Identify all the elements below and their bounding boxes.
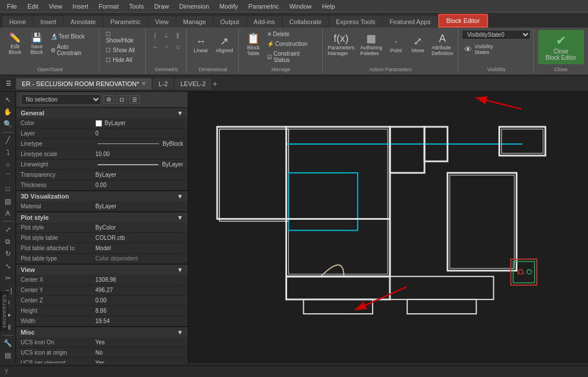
menu-tools[interactable]: Tools xyxy=(125,2,149,11)
tool-hatch[interactable]: ▨ xyxy=(2,196,14,207)
menu-file[interactable]: File xyxy=(2,2,22,11)
tab-l2[interactable]: L-2 xyxy=(153,78,173,90)
tool-rectangle[interactable]: □ xyxy=(2,184,14,195)
block-table-button[interactable]: 📋 BlockTable xyxy=(243,30,264,59)
thickness-value[interactable]: 0.00 xyxy=(95,182,183,188)
tool-rotate[interactable]: ↻ xyxy=(2,248,14,259)
menu-window[interactable]: Window xyxy=(285,2,316,11)
show-all-button[interactable]: ☐ Show All xyxy=(103,46,142,55)
tool-circle[interactable]: ○ xyxy=(2,159,14,170)
prop-quick-select-button[interactable]: ⊡ xyxy=(117,95,127,104)
hide-all-button[interactable]: ☐ Hide All xyxy=(103,56,142,64)
color-value[interactable]: ByLayer xyxy=(95,120,183,127)
params-manager-button[interactable]: f(x) ParametersManager xyxy=(326,30,357,59)
geo-tool-2[interactable]: ⊥ xyxy=(161,30,172,40)
edit-block-button[interactable]: ✏️ EditBlock xyxy=(5,30,25,59)
tab-featured[interactable]: Featured Apps xyxy=(382,16,438,28)
material-value[interactable]: ByLayer xyxy=(95,203,183,209)
tool-cursor[interactable]: ↖ xyxy=(2,94,14,105)
aligned-button[interactable]: ↗ Aligned xyxy=(214,30,235,59)
move-button[interactable]: ⤢ Move xyxy=(408,30,428,59)
tool-text[interactable]: A xyxy=(2,208,14,219)
close-block-editor-button[interactable]: ✔ CloseBlock Editor xyxy=(538,30,584,64)
menu-insert[interactable]: Insert xyxy=(68,2,93,11)
tab-manage[interactable]: Manage xyxy=(176,16,213,28)
geo-tool-4[interactable]: ↔ xyxy=(150,41,160,52)
tool-trim[interactable]: ✂ xyxy=(2,273,14,283)
tab-parametric[interactable]: Parametric xyxy=(103,16,148,28)
tab-menu-button[interactable]: ☰ xyxy=(2,77,15,90)
tool-polyline[interactable]: ⤵ xyxy=(2,147,14,158)
menu-view[interactable]: View xyxy=(44,2,67,11)
linetype-value[interactable]: ByBlock xyxy=(95,141,183,147)
tab-annotate[interactable]: Annotate xyxy=(64,16,103,28)
tab-addins[interactable]: Add-ins xyxy=(247,16,282,28)
constraint-status-button[interactable]: ☑ Constraint Status xyxy=(265,49,318,64)
prop-filter-button[interactable]: ⚙ xyxy=(103,95,114,104)
visibility-states-button[interactable]: 👁 VisibilityStates xyxy=(462,41,495,58)
tab-level2[interactable]: LEVEL-2 xyxy=(175,78,211,90)
construction-button[interactable]: ⚡ Construction xyxy=(265,40,318,48)
tab-seclusion[interactable]: ER - SECLUSION ROOM RENOVATION* ✕ xyxy=(16,78,152,90)
general-section-header[interactable]: General ▼ xyxy=(16,108,188,118)
geo-tool-3[interactable]: ∥ xyxy=(173,30,183,40)
plotstyle-table-value[interactable]: COLOR.ctb xyxy=(95,235,183,241)
authoring-palettes-button[interactable]: ▦ AuthoringPalettes xyxy=(358,30,385,59)
tool-line[interactable]: ╱ xyxy=(2,135,14,146)
tab-seclusion-close[interactable]: ✕ xyxy=(141,80,146,87)
menu-draw[interactable]: Draw xyxy=(149,2,173,11)
misc-section-header[interactable]: Misc ▼ xyxy=(16,327,188,337)
menu-edit[interactable]: Edit xyxy=(23,2,43,11)
tool-copy[interactable]: ⧉ xyxy=(2,236,14,247)
menu-modify[interactable]: Modify xyxy=(215,2,242,11)
linear-button[interactable]: ↔ Linear xyxy=(191,30,211,59)
auto-constrain-button[interactable]: ⚙ Auto Constrain xyxy=(48,44,95,56)
geo-tool-6[interactable]: ◇ xyxy=(173,41,183,52)
delete-button[interactable]: ✕ Delete xyxy=(265,30,318,38)
selection-dropdown[interactable]: No selection xyxy=(21,94,101,105)
tab-output[interactable]: Output xyxy=(214,16,246,28)
centerx-value[interactable]: 1308.98 xyxy=(95,277,183,283)
ucs-icon-on-value[interactable]: Yes xyxy=(95,339,183,345)
menu-dimension[interactable]: Dimension xyxy=(175,2,214,11)
visibility-states-combo[interactable]: VisibilityState0 xyxy=(462,30,531,40)
plotstyle-section-header[interactable]: Plot style ▼ xyxy=(16,212,188,223)
canvas-area[interactable]: o o xyxy=(188,92,588,363)
lineweight-value[interactable]: ByLayer xyxy=(95,161,183,168)
tab-insert[interactable]: Insert xyxy=(33,16,63,28)
show-hide-button[interactable]: ☐ Show/Hide xyxy=(103,30,142,45)
save-block-button[interactable]: 💾 SaveBlock xyxy=(26,30,47,59)
centerz-value[interactable]: 0.00 xyxy=(95,297,183,304)
ucs-icon-origin-value[interactable]: No xyxy=(95,349,183,356)
tool-zoom[interactable]: 🔍 xyxy=(2,119,14,130)
layer-value[interactable]: 0 xyxy=(95,130,183,137)
tool-arc[interactable]: ⌒ xyxy=(2,171,14,182)
menu-format[interactable]: Format xyxy=(94,2,123,11)
tab-view[interactable]: View xyxy=(148,16,176,28)
point-button[interactable]: · Point xyxy=(386,30,407,59)
geo-tool-1[interactable]: | xyxy=(150,30,160,40)
tab-block-editor[interactable]: Block Editor xyxy=(438,14,488,28)
tool-scale[interactable]: ⤡ xyxy=(2,261,14,271)
geo-tool-5[interactable]: ○ xyxy=(161,41,172,52)
tool-layers[interactable]: ▤ xyxy=(2,350,14,361)
tool-properties[interactable]: 🔧 xyxy=(2,337,14,348)
tool-move[interactable]: ⤢ xyxy=(2,224,14,235)
tab-home[interactable]: Home xyxy=(2,16,33,28)
linetype-scale-value[interactable]: 10.00 xyxy=(95,151,183,157)
tab-express[interactable]: Express Tools xyxy=(329,16,382,28)
prop-select-button[interactable]: ☰ xyxy=(129,95,140,104)
menu-help[interactable]: Help xyxy=(318,2,340,11)
plotstyle-value[interactable]: ByColor xyxy=(95,224,183,231)
new-tab-button[interactable]: + xyxy=(212,79,217,88)
test-block-button[interactable]: 🔬 Test Block xyxy=(48,30,95,42)
visualization-section-header[interactable]: 3D Visualization ▼ xyxy=(16,191,188,201)
ucs-per-viewport-value[interactable]: Yes xyxy=(95,360,183,363)
menu-parametric[interactable]: Parametric xyxy=(243,2,283,11)
plotstyle-attached-value[interactable]: Model xyxy=(95,245,183,251)
tab-collaborate[interactable]: Collaborate xyxy=(283,16,328,28)
height-value[interactable]: 8.86 xyxy=(95,308,183,314)
attribute-def-button[interactable]: A AttributeDefinition xyxy=(430,30,456,59)
centery-value[interactable]: 496.27 xyxy=(95,287,183,293)
transparency-value[interactable]: ByLayer xyxy=(95,172,183,178)
